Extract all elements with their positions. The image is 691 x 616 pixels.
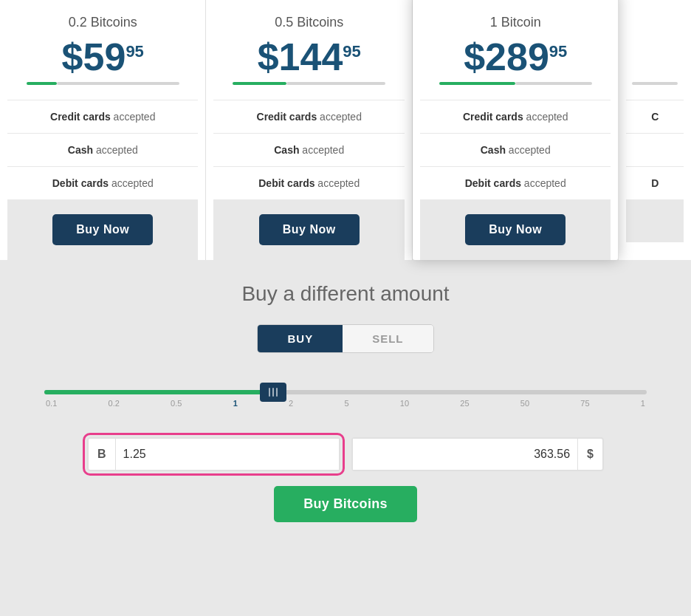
- card-02-title: 0.2 Bitcoins: [7, 15, 198, 30]
- pricing-card-partial: C D: [619, 0, 691, 260]
- slider-label-10: 10: [400, 399, 409, 408]
- card-02-buy-row: Buy Now: [7, 199, 198, 260]
- card-1-price: $28995: [420, 38, 611, 76]
- card-1-buy-btn[interactable]: Buy Now: [465, 214, 565, 245]
- amount-inputs: B $: [87, 437, 604, 471]
- slider-thumb-line-3: [276, 388, 278, 397]
- pricing-section: 0.2 Bitcoins $5995 Credit cards accepted…: [0, 0, 691, 260]
- slider-label-5: 5: [344, 399, 348, 408]
- bitcoin-prefix: B: [89, 439, 116, 470]
- sell-toggle-btn[interactable]: SELL: [343, 325, 433, 352]
- slider-label-05: 0.5: [171, 399, 182, 408]
- different-amount-section: Buy a different amount BUY SELL 0.1: [0, 260, 691, 537]
- slider-label-25: 25: [460, 399, 469, 408]
- partial-buy-row: [626, 199, 684, 242]
- card-1-feature-debit: Debit cards accepted: [420, 166, 611, 199]
- card-05-buy-row: Buy Now: [213, 199, 404, 260]
- card-02-bar-bg: [57, 82, 179, 85]
- buy-toggle-btn[interactable]: BUY: [258, 325, 343, 352]
- usd-suffix: $: [577, 439, 602, 470]
- slider-track: [44, 390, 647, 394]
- partial-price: [626, 38, 684, 76]
- bottom-gray: [0, 537, 691, 559]
- buy-sell-toggle: BUY SELL: [257, 324, 433, 353]
- slider-thumb-line-1: [269, 388, 270, 397]
- card-1-bar: [439, 82, 592, 85]
- card-05-title: 0.5 Bitcoins: [213, 15, 404, 30]
- slider-section: 0.1 0.2 0.5 1 2 5 10 25 50 75 1: [15, 375, 676, 422]
- partial-feature-1: C: [626, 100, 684, 133]
- card-1-feature-cash: Cash accepted: [420, 133, 611, 166]
- slider-track-wrapper: [44, 390, 647, 394]
- slider-label-75: 75: [580, 399, 589, 408]
- slider-label-50: 50: [520, 399, 529, 408]
- slider-label-02: 0.2: [109, 399, 120, 408]
- card-1-buy-row: Buy Now: [420, 199, 611, 260]
- card-05-feature-debit: Debit cards accepted: [213, 166, 404, 199]
- pricing-card-1: 1 Bitcoin $28995 Credit cards accepted C…: [413, 0, 619, 260]
- slider-label-01: 0.1: [46, 399, 57, 408]
- card-1-feature-credit: Credit cards accepted: [420, 100, 611, 133]
- partial-bar: [632, 82, 678, 85]
- card-02-feature-credit: Credit cards accepted: [7, 100, 198, 133]
- card-02-feature-debit: Debit cards accepted: [7, 166, 198, 199]
- slider-labels: 0.1 0.2 0.5 1 2 5 10 25 50 75 1: [44, 399, 647, 408]
- card-05-price: $14495: [213, 38, 404, 76]
- card-05-bar: [233, 82, 385, 85]
- card-02-feature-cash: Cash accepted: [7, 133, 198, 166]
- bitcoin-input-wrapper: B: [87, 437, 340, 471]
- card-02-bar: [27, 82, 179, 85]
- usd-input-wrapper: $: [351, 437, 605, 471]
- card-1-title: 1 Bitcoin: [420, 15, 611, 30]
- partial-feature-2: [626, 133, 684, 166]
- section-title: Buy a different amount: [15, 282, 676, 306]
- card-05-feature-cash: Cash accepted: [213, 133, 404, 166]
- slider-thumb-line-2: [272, 388, 274, 397]
- card-1-bar-fill: [439, 82, 515, 85]
- card-02-bar-fill: [27, 82, 57, 85]
- buy-bitcoins-btn[interactable]: Buy Bitcoins: [274, 486, 417, 522]
- card-05-bar-bg: [286, 82, 385, 85]
- card-05-buy-btn[interactable]: Buy Now: [259, 214, 360, 245]
- slider-label-2: 2: [289, 399, 293, 408]
- slider-thumb[interactable]: [260, 383, 286, 402]
- card-02-price: $5995: [7, 38, 198, 76]
- usd-input[interactable]: [353, 439, 578, 470]
- page-wrapper: 0.2 Bitcoins $5995 Credit cards accepted…: [0, 0, 691, 616]
- card-1-bar-bg: [515, 82, 591, 85]
- card-05-feature-credit: Credit cards accepted: [213, 100, 404, 133]
- bitcoin-input[interactable]: [116, 439, 339, 470]
- slider-fill: [44, 390, 273, 394]
- card-02-buy-btn[interactable]: Buy Now: [52, 214, 153, 245]
- pricing-card-05: 0.5 Bitcoins $14495 Credit cards accepte…: [206, 0, 412, 260]
- buy-bitcoins-btn-wrapper: Buy Bitcoins: [15, 486, 676, 522]
- partial-feature-3: D: [626, 166, 684, 199]
- card-05-bar-fill: [233, 82, 286, 85]
- pricing-card-02: 0.2 Bitcoins $5995 Credit cards accepted…: [0, 0, 206, 260]
- slider-label-1: 1: [233, 399, 238, 408]
- partial-title: [626, 15, 684, 30]
- slider-label-100: 1: [641, 399, 645, 408]
